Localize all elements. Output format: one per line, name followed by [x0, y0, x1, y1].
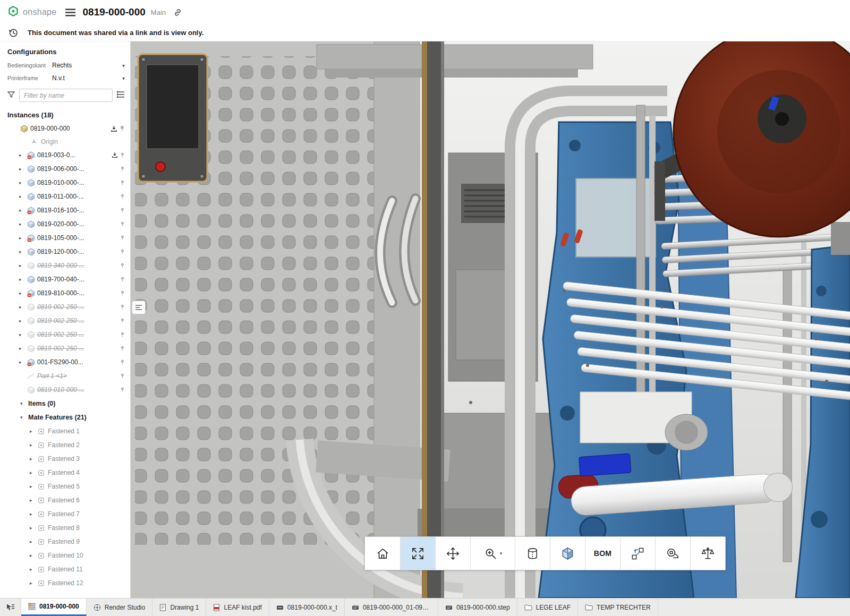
chevron-down-icon[interactable]: ▾: [122, 63, 125, 69]
instance-row[interactable]: ▸0819-810-000-...: [0, 286, 130, 300]
expand-chevron[interactable]: ▸: [30, 567, 38, 572]
config-value-dropdown[interactable]: N.v.t: [52, 74, 122, 82]
document-tab[interactable]: 0819-000-000.step: [438, 598, 517, 616]
expand-chevron[interactable]: ▸: [19, 290, 27, 296]
instance-row[interactable]: ▸0819-003-0...: [0, 148, 130, 162]
expand-chevron[interactable]: ▸: [30, 456, 38, 461]
expand-chevron[interactable]: ▸: [19, 180, 27, 185]
document-tab[interactable]: Render Studio: [87, 598, 153, 616]
expand-chevron[interactable]: ▸: [30, 580, 38, 586]
list-view-icon[interactable]: [116, 91, 125, 100]
chevron-down-icon[interactable]: ▾: [122, 75, 125, 81]
perspective-button[interactable]: [515, 537, 550, 570]
mate-features-header[interactable]: ▾ Mate Features (21): [0, 410, 130, 424]
expand-chevron[interactable]: ▸: [19, 304, 27, 310]
expand-chevron[interactable]: ▸: [30, 429, 38, 434]
expand-chevron[interactable]: ▸: [19, 360, 27, 365]
history-icon[interactable]: [8, 28, 18, 38]
menu-icon[interactable]: [65, 8, 75, 16]
mate-feature-row[interactable]: ▸Fastened 7: [0, 507, 130, 521]
expand-chevron[interactable]: ▸: [30, 470, 38, 475]
expand-chevron[interactable]: ▸: [19, 166, 27, 172]
mate-feature-row[interactable]: ▸Fastened 10: [0, 549, 130, 562]
fastened-mate-icon: [38, 497, 48, 504]
measure-button[interactable]: [655, 537, 690, 570]
config-value-dropdown[interactable]: Rechts: [52, 62, 122, 69]
instance-row[interactable]: ▸Part 1 <1>: [0, 369, 130, 383]
home-button[interactable]: [365, 537, 400, 570]
instance-row[interactable]: ▸0819-016-100-...: [0, 203, 130, 217]
panel-toggle-handle[interactable]: [132, 301, 146, 314]
expand-chevron[interactable]: ▸: [19, 221, 27, 227]
mate-feature-row[interactable]: ▸Fastened 9: [0, 535, 130, 549]
instance-row[interactable]: ▸0819-105-000-...: [0, 231, 130, 245]
mate-feature-row[interactable]: ▸Fastened 2: [0, 438, 130, 452]
bom-button[interactable]: BOM: [585, 537, 620, 570]
expand-chevron[interactable]: ▸: [19, 152, 27, 158]
onshape-logo[interactable]: onshape: [7, 5, 57, 19]
mate-feature-row[interactable]: ▸Fastened 6: [0, 493, 130, 507]
mate-feature-row[interactable]: ▸Fastened 5: [0, 480, 130, 493]
mate-feature-row[interactable]: ▸Fastened 12: [0, 576, 130, 590]
instance-row[interactable]: ▸0819-010-000-...: [0, 176, 130, 190]
view-cube-button[interactable]: [550, 537, 585, 570]
expand-chevron[interactable]: ▸: [30, 525, 38, 531]
mate-feature-row[interactable]: ▸Fastened 11: [0, 562, 130, 576]
mate-feature-row[interactable]: ▸Fastened 3: [0, 452, 130, 466]
workspace-label[interactable]: Main: [151, 8, 166, 16]
document-tab[interactable]: 0819-000-000_01-09-2...: [345, 598, 438, 616]
document-tab[interactable]: LEAF kist.pdf: [206, 598, 269, 616]
instance-row[interactable]: ▸0819-006-000-...: [0, 162, 130, 176]
instance-row[interactable]: ▸0819-002-250-...: [0, 314, 130, 328]
expand-chevron[interactable]: ▸: [30, 539, 38, 544]
instance-row[interactable]: ▸0819-002-250-...: [0, 300, 130, 314]
chevron-down-icon[interactable]: ▾: [20, 401, 28, 406]
instance-row[interactable]: ▸0819-011-000-...: [0, 190, 130, 203]
expand-chevron[interactable]: ▸: [19, 249, 27, 254]
mate-feature-row[interactable]: ▸Fastened 1: [0, 424, 130, 438]
instance-row[interactable]: ▸0819-120-000-...: [0, 245, 130, 259]
origin-row[interactable]: Origin: [0, 135, 130, 148]
chevron-down-icon[interactable]: ▾: [500, 551, 503, 556]
3d-viewport[interactable]: ▾ BOM: [131, 41, 850, 598]
filter-by-name-input[interactable]: [19, 89, 113, 102]
instance-row[interactable]: ▸0819-002-250-...: [0, 341, 130, 355]
expand-chevron[interactable]: ▸: [30, 553, 38, 558]
exploded-view-button[interactable]: [620, 537, 655, 570]
expand-chevron[interactable]: ▸: [19, 346, 27, 351]
expand-chevron[interactable]: ▸: [19, 332, 27, 337]
items-section-header[interactable]: ▾ Items (0): [0, 397, 130, 410]
share-link-icon[interactable]: [173, 8, 182, 17]
expand-chevron[interactable]: ▸: [30, 511, 38, 517]
zoom-button[interactable]: ▾: [470, 537, 515, 570]
trailing-icons[interactable]: [110, 125, 125, 132]
pan-button[interactable]: [435, 537, 470, 570]
instance-row[interactable]: ▸0819-010-000-...: [0, 383, 130, 397]
expand-chevron[interactable]: ▸: [30, 484, 38, 489]
document-tab[interactable]: LEGE LEAF: [517, 598, 578, 616]
mate-feature-row[interactable]: ▸Fastened 4: [0, 466, 130, 480]
expand-chevron[interactable]: ▸: [30, 442, 38, 448]
expand-chevron[interactable]: ▸: [19, 263, 27, 268]
instance-row[interactable]: ▸0819-700-040-...: [0, 272, 130, 286]
instance-row[interactable]: ▸001-FS290-00...: [0, 355, 130, 369]
expand-chevron[interactable]: ▸: [30, 498, 38, 503]
document-tab[interactable]: Drawing 1: [152, 598, 206, 616]
instance-row[interactable]: ▸0819-002-250-...: [0, 328, 130, 341]
document-tab[interactable]: 0819-000-000.x_t: [269, 598, 345, 616]
document-tab[interactable]: TEMP TRECHTER: [578, 598, 658, 616]
expand-chevron[interactable]: ▸: [19, 208, 27, 213]
expand-chevron[interactable]: ▸: [19, 277, 27, 282]
expand-chevron[interactable]: ▸: [19, 194, 27, 199]
expand-chevron[interactable]: ▸: [19, 318, 27, 323]
zoom-to-fit-button[interactable]: [400, 537, 435, 570]
instance-row[interactable]: ▸0819-340-000-...: [0, 259, 130, 272]
tab-manager-icon[interactable]: [0, 598, 21, 616]
mate-feature-row[interactable]: ▸Fastened 8: [0, 521, 130, 535]
instance-root-row[interactable]: 0819-000-000: [0, 122, 130, 135]
chevron-down-icon[interactable]: ▾: [20, 415, 28, 420]
expand-chevron[interactable]: ▸: [19, 235, 27, 241]
mass-properties-button[interactable]: [690, 537, 725, 570]
document-tab[interactable]: 0819-000-000: [21, 598, 87, 616]
instance-row[interactable]: ▸0819-020-000-...: [0, 217, 130, 231]
